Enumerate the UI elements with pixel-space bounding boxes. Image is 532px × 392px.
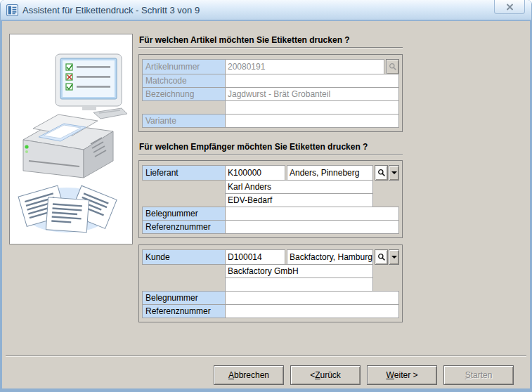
chevron-down-icon	[391, 256, 397, 259]
empfaenger-section-header: Für welchen Empfänger möchten Sie Etiket…	[138, 141, 403, 154]
printer-illustration	[15, 40, 127, 238]
magnifier-icon	[377, 169, 386, 177]
abbrechen-button[interactable]: Abbrechen	[214, 365, 284, 385]
titlebar[interactable]: Assistent für Etikettendruck - Schritt 3…	[1, 0, 531, 20]
lieferant-belegnummer-label: Belegnummer	[142, 207, 226, 221]
kunde-name-input[interactable]: Backfactory, Hamburg	[287, 249, 373, 265]
kunde-code-input[interactable]: D100014	[225, 249, 285, 265]
lieferant-groupbox: Lieferant K100000 Anders, Pinneberg	[138, 160, 403, 238]
label-spacer	[142, 264, 226, 278]
section-divider	[138, 154, 403, 155]
artikel-section-header: Für welchen Artikel möchten Sie Etikette…	[138, 34, 403, 47]
lieferant-name-line3[interactable]: EDV-Bedarf	[225, 193, 373, 207]
window-title: Assistent für Etikettendruck - Schritt 3…	[22, 5, 200, 15]
section-divider	[138, 47, 403, 48]
footer-buttons: Abbrechen < Zurück Weiter > Starten	[214, 365, 514, 385]
zurueck-button[interactable]: < Zurück	[290, 365, 361, 385]
artikel-groupbox: Artikelnummer 20080191 Matchcode Bezeich…	[138, 54, 403, 132]
kunde-dropdown-button[interactable]	[389, 249, 399, 265]
bezeichnung-input-line2	[225, 100, 399, 115]
kunde-lookup-button[interactable]	[375, 249, 388, 265]
starten-button: Starten	[443, 365, 514, 385]
lieferant-lookup-button[interactable]	[375, 165, 388, 181]
variante-input	[225, 114, 399, 128]
lieferant-dropdown-button[interactable]	[389, 165, 399, 181]
lieferant-name-line2[interactable]: Karl Anders	[225, 180, 373, 194]
label-spacer	[142, 100, 226, 115]
illustration-panel	[9, 34, 133, 244]
lieferant-label: Lieferant	[142, 165, 226, 181]
artikelnummer-input: 20080191	[225, 59, 384, 74]
chevron-down-icon	[391, 171, 397, 174]
weiter-button[interactable]: Weiter >	[367, 365, 437, 385]
wizard-window: Assistent für Etikettendruck - Schritt 3…	[0, 0, 532, 392]
document-list-icon	[6, 4, 18, 16]
kunde-referenznummer-input[interactable]	[225, 304, 399, 318]
close-button[interactable]	[494, 0, 525, 14]
kunde-name-line3[interactable]	[225, 277, 373, 292]
lieferant-referenznummer-input[interactable]	[225, 220, 399, 234]
label-spacer	[142, 193, 226, 207]
kunde-label: Kunde	[142, 249, 226, 265]
wizard-form: Für welchen Artikel möchten Sie Etikette…	[138, 34, 403, 322]
variante-label: Variante	[142, 114, 226, 128]
label-spacer	[142, 277, 226, 292]
bezeichnung-label: Bezeichnung	[142, 87, 226, 101]
magnifier-icon	[377, 253, 386, 261]
kunde-belegnummer-label: Belegnummer	[142, 291, 226, 305]
lieferant-code-input[interactable]: K100000	[225, 165, 285, 181]
kunde-name-line2[interactable]: Backfactory GmbH	[225, 264, 373, 278]
footer-divider	[6, 355, 526, 357]
kunde-referenznummer-label: Referenznummer	[142, 304, 226, 318]
matchcode-input	[225, 74, 399, 88]
lieferant-belegnummer-input[interactable]	[225, 207, 399, 221]
kunde-belegnummer-input[interactable]	[225, 291, 399, 305]
label-spacer	[142, 180, 226, 194]
lieferant-name-input[interactable]: Anders, Pinneberg	[287, 165, 373, 181]
close-icon	[506, 4, 514, 11]
magnifier-icon	[389, 63, 397, 71]
bezeichnung-input: Jagdwurst - Brät Grobanteil	[225, 87, 399, 101]
artikelnummer-lookup-button	[386, 59, 399, 74]
dialog-content: Für welchen Artikel möchten Sie Etikette…	[2, 21, 530, 388]
kunde-groupbox: Kunde D100014 Backfactory, Hamburg	[138, 244, 403, 322]
matchcode-label: Matchcode	[142, 74, 226, 88]
lieferant-referenznummer-label: Referenznummer	[142, 220, 226, 234]
artikelnummer-label: Artikelnummer	[142, 59, 226, 74]
